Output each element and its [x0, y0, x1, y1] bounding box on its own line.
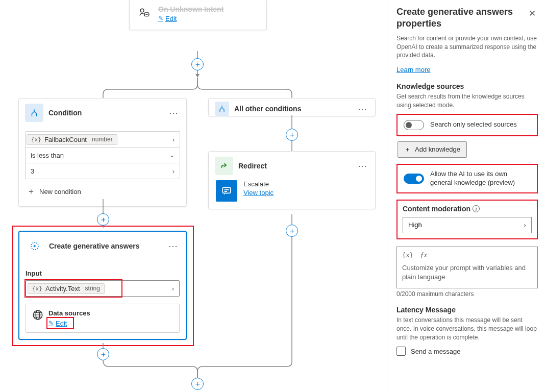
pencil-icon: ✎ [158, 15, 163, 22]
chevron-right-icon: › [172, 167, 175, 175]
condition-node: Condition ⋯ {x}FallbackCountnumber › is … [18, 98, 187, 207]
redirect-menu-icon[interactable]: ⋯ [356, 160, 369, 172]
other-conditions-node: All other conditions ⋯ [208, 98, 376, 116]
redirect-title: Redirect [238, 162, 351, 170]
knowledge-section-title: Knowledge sources [396, 82, 538, 90]
add-node-button[interactable]: ＋ [191, 58, 204, 70]
panel-title: Create generative answers properties [396, 6, 527, 30]
add-knowledge-button[interactable]: ＋ Add knowledge [398, 141, 467, 158]
add-node-button[interactable]: ＋ [191, 378, 204, 390]
latency-title: Latency Message [396, 306, 538, 314]
general-knowledge-toggle[interactable] [404, 174, 424, 184]
panel-description: Search for content or provide your own c… [396, 34, 538, 60]
learn-more-link[interactable]: Learn more [396, 66, 430, 74]
branch-icon [25, 104, 43, 122]
condition-title: Condition [48, 109, 162, 117]
variable-icon[interactable]: {x} [402, 252, 413, 259]
generative-menu-icon[interactable]: ⋯ [166, 240, 180, 252]
generative-answers-node: Create generative answers ⋯ Input {x}Act… [18, 231, 187, 340]
variable-icon: {x} [32, 285, 42, 292]
search-selected-toggle-row: Search only selected sources [396, 114, 538, 136]
input-label: Input [26, 270, 180, 277]
knowledge-section-desc: Get search results from the knowledge so… [396, 92, 538, 110]
prompt-placeholder: Customize your prompt with variables and… [402, 263, 532, 282]
send-message-label: Send a message [411, 348, 461, 355]
view-topic-link[interactable]: View topic [243, 189, 274, 197]
plus-icon: ＋ [404, 145, 411, 154]
svg-point-1 [140, 9, 144, 12]
chevron-right-icon: › [524, 221, 526, 229]
content-moderation-section: Content moderation i High › [396, 200, 538, 239]
add-condition-button[interactable]: ＋ New condition [25, 179, 180, 200]
branch-icon [215, 102, 229, 116]
close-icon[interactable]: ✕ [527, 6, 538, 21]
svg-rect-6 [222, 187, 230, 193]
input-variable-selector[interactable]: {x}Activity.Textstring › [26, 280, 180, 297]
globe-icon [32, 309, 43, 323]
topic-icon [216, 180, 237, 202]
data-sources-edit-link[interactable]: ✎Edit [48, 320, 67, 327]
char-count: 0/2000 maximum characters [396, 290, 538, 298]
flow-canvas[interactable]: On Unknown Intent ✎Edit ＋ Condition ⋯ {x… [0, 0, 388, 392]
condition-menu-icon[interactable]: ⋯ [167, 107, 180, 118]
other-conditions-menu-icon[interactable]: ⋯ [356, 103, 369, 114]
trigger-title: On Unknown Intent [158, 5, 224, 13]
general-knowledge-label: Allow the AI to use its own general know… [430, 170, 531, 187]
trigger-edit-link[interactable]: ✎Edit [158, 15, 177, 22]
latency-desc: In text conversations this message will … [396, 316, 538, 341]
add-node-button[interactable]: ＋ [286, 225, 298, 237]
search-selected-toggle[interactable] [404, 120, 424, 130]
operator-selector[interactable]: is less than ⌄ [25, 147, 180, 163]
data-sources-label: Data sources [48, 309, 173, 317]
add-node-button[interactable]: ＋ [97, 213, 109, 226]
moderation-title: Content moderation [403, 205, 470, 213]
prompt-editor[interactable]: {x} ƒx Customize your prompt with variab… [396, 247, 538, 288]
redirect-topic-name: Escalate [243, 180, 274, 188]
send-message-checkbox[interactable] [396, 347, 406, 356]
plus-icon: ＋ [27, 186, 35, 197]
person-message-icon [137, 5, 152, 20]
chevron-down-icon: ⌄ [169, 152, 175, 159]
data-sources-box: Data sources ✎Edit [26, 304, 180, 333]
chevron-right-icon: › [167, 136, 180, 143]
variable-selector[interactable]: {x}FallbackCountnumber › [25, 131, 180, 148]
search-selected-label: Search only selected sources [430, 120, 531, 129]
svg-marker-0 [195, 74, 200, 78]
info-icon[interactable]: i [473, 205, 480, 212]
variable-icon: {x} [31, 136, 41, 143]
other-conditions-title: All other conditions [234, 105, 351, 113]
generative-title: Create generative answers [49, 242, 161, 250]
add-node-button[interactable]: ＋ [97, 348, 109, 360]
pencil-icon: ✎ [48, 320, 54, 327]
properties-panel: Create generative answers properties ✕ S… [388, 0, 546, 392]
value-field[interactable]: 3 › [25, 163, 180, 179]
sparkle-icon [26, 237, 44, 255]
add-node-button[interactable]: ＋ [286, 129, 298, 141]
moderation-selector[interactable]: High › [403, 217, 532, 233]
chevron-right-icon: › [167, 285, 179, 292]
redirect-icon [215, 157, 233, 175]
general-knowledge-toggle-row: Allow the AI to use its own general know… [396, 164, 538, 193]
redirect-node: Redirect ⋯ Escalate View topic [208, 151, 376, 209]
formula-icon[interactable]: ƒx [420, 251, 427, 259]
trigger-node: On Unknown Intent ✎Edit [129, 0, 267, 30]
